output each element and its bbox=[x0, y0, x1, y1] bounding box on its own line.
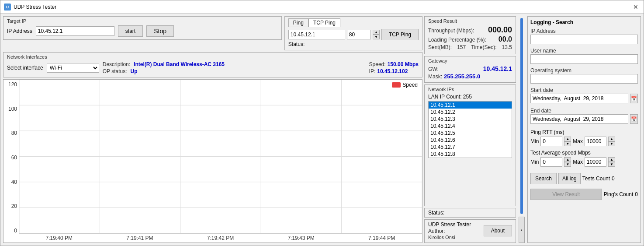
avg-min-input[interactable] bbox=[540, 157, 562, 167]
log-ip-input[interactable] bbox=[530, 35, 638, 44]
avg-speed-section: Test Average speed Mbps Min ▲ ▼ Max ▲ ▼ bbox=[530, 150, 638, 169]
avg-min-up[interactable]: ▲ bbox=[564, 157, 571, 162]
rtt-row: Min ▲ ▼ Max ▲ ▼ bbox=[530, 137, 638, 146]
avg-max-up[interactable]: ▲ bbox=[608, 157, 615, 162]
ip-list-item[interactable]: 10.45.12.8 bbox=[429, 151, 512, 158]
rtt-max-down[interactable]: ▼ bbox=[608, 141, 615, 146]
ping-tab[interactable]: Ping bbox=[288, 18, 308, 27]
search-button[interactable]: Search bbox=[530, 173, 557, 184]
end-date-cal-btn[interactable]: 📅 bbox=[630, 114, 638, 124]
desc-label: Description: bbox=[103, 61, 130, 67]
lan-ip-count: LAN IP Count: 255 bbox=[428, 94, 512, 100]
sent-time-row: Sent(MB): 157 Time(Sec): 13.5 bbox=[428, 44, 512, 50]
tcp-ping-button[interactable]: TCP Ping bbox=[381, 29, 419, 40]
app-icon: U bbox=[4, 4, 11, 11]
status-text: Status: bbox=[428, 210, 444, 216]
port-down-btn[interactable]: ▼ bbox=[373, 35, 380, 39]
net-iface-row: Select interface Wi-Fi Description: Inte… bbox=[7, 61, 419, 74]
speed-result-title: Speed Result bbox=[428, 18, 512, 24]
chart-x-labels: 7:19:40 PM 7:19:41 PM 7:19:42 PM 7:19:43… bbox=[19, 234, 422, 242]
avg-speed-row: Min ▲ ▼ Max ▲ ▼ bbox=[530, 157, 638, 167]
scroll-divider: ‹ bbox=[518, 16, 526, 243]
ip-list-item[interactable]: 10.45.12.5 bbox=[429, 130, 512, 137]
chart-container: 120 100 80 60 40 20 0 bbox=[3, 79, 422, 243]
about-button[interactable]: About bbox=[484, 225, 512, 236]
rtt-min-up[interactable]: ▲ bbox=[564, 137, 571, 141]
ip-list-item[interactable]: 10.45.12.6 bbox=[429, 137, 512, 144]
start-date-section: Start date 📅 bbox=[530, 87, 638, 105]
avg-min-down[interactable]: ▼ bbox=[564, 162, 571, 167]
mask-row: Mask: 255.255.255.0 bbox=[428, 73, 512, 80]
gateway-title: Gateway bbox=[428, 58, 512, 63]
ping-status-label: Status: bbox=[288, 41, 305, 47]
os-input[interactable] bbox=[530, 74, 638, 84]
close-button[interactable]: ✕ bbox=[631, 3, 640, 11]
avg-max-down[interactable]: ▼ bbox=[608, 162, 615, 167]
ping-rtt-label: Ping RTT (ms) bbox=[530, 129, 638, 135]
ip-address-input[interactable] bbox=[36, 26, 114, 36]
all-log-button[interactable]: All log bbox=[558, 173, 581, 184]
ip-list-item[interactable]: 10.45.12.1 bbox=[429, 102, 512, 109]
rtt-min-down[interactable]: ▼ bbox=[564, 141, 571, 146]
time-label: Time(Sec): bbox=[471, 44, 496, 50]
about-box: UDP Stress Tester Author: Kirollos Onsi … bbox=[424, 219, 516, 243]
port-input[interactable] bbox=[347, 30, 371, 39]
ping-area: Ping TCP Ping ▲ ▼ TCP Ping Status: bbox=[284, 16, 422, 50]
x-label-3: 7:19:43 PM bbox=[287, 235, 314, 241]
ip-list-item[interactable]: 10.45.12.3 bbox=[429, 116, 512, 123]
rtt-max-input[interactable] bbox=[585, 137, 606, 146]
status-box: Status: bbox=[424, 208, 516, 218]
search-alllog-row: Search All log Tests Count 0 bbox=[530, 173, 638, 184]
scroll-bar bbox=[520, 18, 523, 214]
select-interface-label: Select interface bbox=[7, 65, 43, 71]
ping-row: ▲ ▼ TCP Ping bbox=[288, 29, 419, 40]
about-left: UDP Stress Tester Author: Kirollos Onsi bbox=[428, 221, 471, 240]
log-ip-label: IP Address bbox=[530, 28, 638, 34]
interface-select[interactable]: Wi-Fi bbox=[47, 63, 99, 73]
pings-count-label: Ping's Count bbox=[604, 191, 634, 197]
chart-area bbox=[19, 80, 422, 234]
op-label: OP status: bbox=[103, 68, 127, 74]
ip-list-item[interactable]: 10.45.12.4 bbox=[429, 123, 512, 130]
view-result-row: View Result Ping's Count 0 bbox=[530, 189, 638, 200]
middle-panel: Speed Result Throughput (Mbps): 000.00 L… bbox=[424, 16, 516, 243]
gw-row: GW: 10.45.12.1 bbox=[428, 65, 512, 72]
start-button[interactable]: start bbox=[118, 25, 143, 37]
avg-max-input[interactable] bbox=[585, 157, 606, 167]
start-date-cal-btn[interactable]: 📅 bbox=[630, 94, 638, 103]
throughput-value: 000.00 bbox=[488, 25, 512, 35]
username-input[interactable] bbox=[530, 54, 638, 64]
ping-tabs: Ping TCP Ping bbox=[288, 18, 419, 27]
end-date-input[interactable] bbox=[530, 114, 628, 124]
start-date-input[interactable] bbox=[530, 94, 628, 103]
network-ips-box: Network IPs LAN IP Count: 255 10.45.12.1… bbox=[424, 84, 516, 206]
rtt-min-input[interactable] bbox=[540, 137, 562, 146]
chevron-button[interactable]: ‹ bbox=[519, 217, 525, 243]
rtt-min-spinner: ▲ ▼ bbox=[564, 137, 571, 146]
ip-address-form-row: IP Address bbox=[530, 28, 638, 44]
stop-button[interactable]: Stop bbox=[146, 25, 174, 37]
os-label: Operating system bbox=[530, 67, 638, 74]
tests-count-label: Tests Count bbox=[582, 176, 610, 182]
ip-address-label: IP Address bbox=[7, 28, 32, 34]
target-ip-row: IP Address start Stop bbox=[7, 25, 278, 37]
ip-list-item[interactable]: 10.45.12.2 bbox=[429, 109, 512, 116]
iface-desc: Description: Intel(R) Dual Band Wireless… bbox=[103, 61, 366, 74]
y-label-40: 40 bbox=[11, 179, 17, 185]
ip-listbox[interactable]: 10.45.12.1 10.45.12.2 10.45.12.3 10.45.1… bbox=[428, 101, 512, 158]
ip-list-item[interactable]: 10.45.12.7 bbox=[429, 144, 512, 151]
username-form-row: User name bbox=[530, 48, 638, 64]
lan-ip-count-label: LAN IP Count: bbox=[428, 94, 462, 100]
main-window: U UDP Stress Tester ✕ Target IP IP Addre… bbox=[0, 0, 644, 246]
view-result-button[interactable]: View Result bbox=[530, 189, 602, 200]
ping-ip-input[interactable] bbox=[288, 30, 345, 39]
tcp-ping-tab[interactable]: TCP Ping bbox=[308, 18, 340, 27]
chart-inner: 120 100 80 60 40 20 0 bbox=[3, 80, 422, 242]
y-label-80: 80 bbox=[11, 130, 17, 136]
network-interfaces-label: Network Interfaces bbox=[7, 54, 419, 60]
avg-max-spinner: ▲ ▼ bbox=[608, 157, 615, 167]
port-up-btn[interactable]: ▲ bbox=[373, 30, 380, 35]
lan-ip-count-value: 255 bbox=[463, 94, 472, 100]
mask-value: 255.255.255.0 bbox=[444, 73, 480, 80]
rtt-max-up[interactable]: ▲ bbox=[608, 137, 615, 141]
